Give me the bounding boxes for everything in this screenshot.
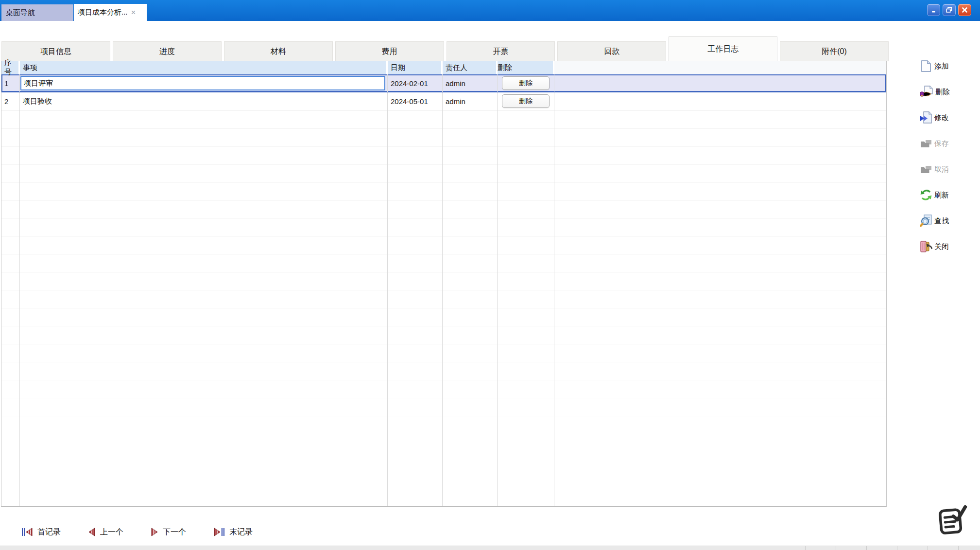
save-button[interactable]: 保存 [920,137,978,150]
table-row-1[interactable]: 1 2024-02-01 admin 删除 [1,74,886,92]
empty-table-row [1,380,886,398]
save-icon [920,137,932,150]
header-cell-date: 日期 [388,61,443,74]
cell-no: 1 [1,74,20,92]
header-cell-owner: 责任人 [443,61,498,74]
cancel-icon [920,163,932,176]
empty-table-row [1,218,886,236]
window-controls [927,4,971,16]
table-header: 序号 事项 日期 责任人 删除 [1,61,886,74]
restore-button[interactable] [943,4,956,16]
close-button[interactable] [958,4,971,16]
doc-tab-label: 桌面导航 [6,8,35,18]
delete-row-button[interactable]: 删除 [502,94,550,108]
close-window-icon [920,240,932,253]
delete-button[interactable]: 删除 [920,85,978,99]
find-button[interactable]: 查找 [920,214,978,228]
empty-table-row [1,290,886,308]
empty-table-row [1,110,886,128]
header-cell-item: 事项 [20,61,388,74]
cell-date: 2024-05-01 [388,92,443,110]
cell-filler [554,92,886,110]
cell-item: 项目验收 [20,92,388,110]
titlebar: 桌面导航 项目成本分析... × [0,0,980,21]
empty-table-row [1,254,886,272]
empty-table-row [1,470,886,488]
first-record-icon [21,527,33,537]
modify-record-icon [920,111,932,124]
modify-button[interactable]: 修改 [920,111,978,124]
doc-tab-desktop-nav[interactable]: 桌面导航 [1,4,73,21]
refresh-button[interactable]: 刷新 [920,188,978,202]
first-record-button[interactable]: 首记录 [21,525,61,539]
empty-table-row [1,308,886,326]
next-record-icon [151,527,158,537]
delete-record-icon [920,86,933,98]
empty-table-row [1,146,886,164]
tab-materials[interactable]: 材料 [224,41,333,61]
doc-tab-project-cost[interactable]: 项目成本分析... × [74,4,147,21]
last-record-button[interactable]: 末记录 [213,525,253,539]
close-icon [962,7,968,13]
empty-table-row [1,200,886,218]
cell-filler [554,74,886,92]
empty-table-row [1,128,886,146]
cell-date: 2024-02-01 [388,74,443,92]
empty-table-row [1,452,886,470]
previous-record-icon [88,527,96,537]
restore-icon [946,7,952,13]
refresh-icon [920,189,932,201]
statusbar [0,546,980,550]
record-navigation: 首记录 上一个 下一个 [21,525,253,539]
minimize-button[interactable] [927,4,940,16]
cancel-button[interactable]: 取消 [920,162,978,176]
empty-table-row [1,416,886,434]
work-log-table: 序号 事项 日期 责任人 删除 1 2024-02-01 admin 删除 2 [1,61,887,507]
cell-owner: admin [443,92,498,110]
cell-item [20,74,388,92]
tab-attachments[interactable]: 附件(0) [780,41,889,61]
empty-table-row [1,488,886,506]
empty-table-row [1,398,886,416]
header-cell-delete: 删除 [498,61,554,74]
add-document-icon [920,60,932,72]
empty-table-row [1,182,886,200]
find-icon [920,214,932,227]
empty-table-row [1,344,886,362]
doc-tab-label: 项目成本分析... [78,8,128,17]
tab-close-icon[interactable]: × [131,8,136,17]
header-cell-filler [554,61,886,74]
delete-row-button[interactable]: 删除 [502,76,550,90]
empty-table-row [1,164,886,182]
next-record-button[interactable]: 下一个 [151,525,186,539]
empty-table-row [1,236,886,254]
cell-no: 2 [1,92,20,110]
add-button[interactable]: 添加 [920,59,978,73]
tab-work-log[interactable]: 工作日志 [669,36,777,61]
tab-payment[interactable]: 回款 [557,41,666,61]
view-tabstrip: 项目信息 进度 材料 费用 开票 回款 工作日志 附件(0) [1,36,889,61]
previous-record-button[interactable]: 上一个 [88,525,123,539]
table-row-2[interactable]: 2 项目验收 2024-05-01 admin 删除 [1,92,886,110]
empty-table-row [1,362,886,380]
tab-progress[interactable]: 进度 [113,41,222,61]
cell-delete: 删除 [498,74,554,92]
table-body: 1 2024-02-01 admin 删除 2 项目验收 2024-05-01 … [1,74,886,506]
empty-table-row [1,326,886,344]
tab-expenses[interactable]: 费用 [335,41,444,61]
action-toolbar: 添加 删除 修改 保存 [920,59,978,253]
item-edit-input[interactable] [20,76,385,90]
last-record-icon [213,527,225,537]
worklog-sketch-icon [934,504,969,540]
empty-table-row [1,272,886,290]
header-cell-no: 序号 [1,61,20,74]
app-window: 桌面导航 项目成本分析... × 项目信息 进度 [0,0,980,550]
tab-invoicing[interactable]: 开票 [447,41,555,61]
empty-table-row [1,434,886,452]
minimize-icon [931,7,937,13]
cell-delete: 删除 [498,92,554,110]
close-view-button[interactable]: 关闭 [920,240,978,253]
cell-owner: admin [443,74,498,92]
